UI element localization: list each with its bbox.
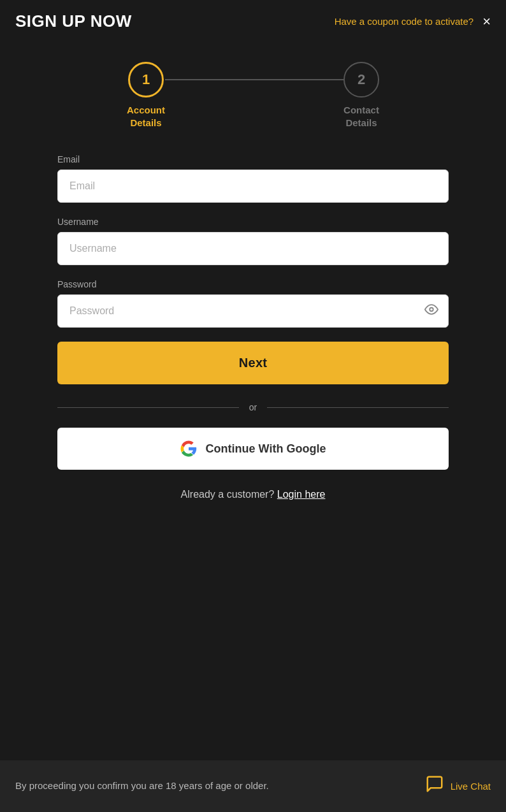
close-button[interactable]: × — [482, 15, 491, 29]
already-customer-section: Already a customer? Login here — [57, 489, 449, 500]
step-2-label: Contact Details — [343, 104, 379, 129]
live-chat-button[interactable]: Live Chat — [425, 774, 491, 798]
username-group: Username — [57, 217, 449, 265]
google-button-label: Continue With Google — [206, 442, 326, 456]
divider-text: or — [249, 402, 257, 412]
page-title: SIGN UP NOW — [15, 11, 132, 31]
username-label: Username — [57, 217, 449, 227]
email-label: Email — [57, 154, 449, 164]
next-button[interactable]: Next — [57, 342, 449, 384]
divider: or — [57, 402, 449, 412]
step-2: 2 Contact Details — [343, 62, 379, 129]
chat-icon — [425, 774, 444, 798]
password-group: Password — [57, 279, 449, 328]
step-connector — [165, 79, 343, 80]
google-logo-icon — [180, 440, 197, 457]
coupon-text[interactable]: Have a coupon code to activate? — [335, 16, 473, 27]
email-input[interactable] — [57, 170, 449, 203]
svg-point-0 — [430, 308, 433, 312]
step-2-circle: 2 — [343, 62, 379, 98]
eye-icon[interactable] — [424, 303, 438, 320]
step-1-label: Account Details — [127, 104, 165, 129]
email-group: Email — [57, 154, 449, 203]
header: SIGN UP NOW Have a coupon code to activa… — [0, 0, 506, 43]
password-input[interactable] — [57, 294, 449, 328]
main-content: 1 Account Details 2 Contact Details Emai… — [0, 43, 506, 760]
password-label: Password — [57, 279, 449, 289]
password-wrapper — [57, 294, 449, 328]
header-right: Have a coupon code to activate? × — [335, 15, 491, 29]
already-customer-text: Already a customer? — [181, 489, 275, 500]
google-button[interactable]: Continue With Google — [57, 428, 449, 470]
stepper: 1 Account Details 2 Contact Details — [57, 62, 449, 129]
footer-disclaimer: By proceeding you confirm you are 18 yea… — [15, 779, 269, 794]
username-input[interactable] — [57, 232, 449, 265]
step-1: 1 Account Details — [127, 62, 165, 129]
step-1-circle: 1 — [128, 62, 164, 98]
divider-line-right — [267, 407, 449, 408]
login-link[interactable]: Login here — [277, 489, 326, 500]
footer: By proceeding you confirm you are 18 yea… — [0, 760, 506, 812]
live-chat-label: Live Chat — [451, 781, 491, 792]
divider-line-left — [57, 407, 239, 408]
